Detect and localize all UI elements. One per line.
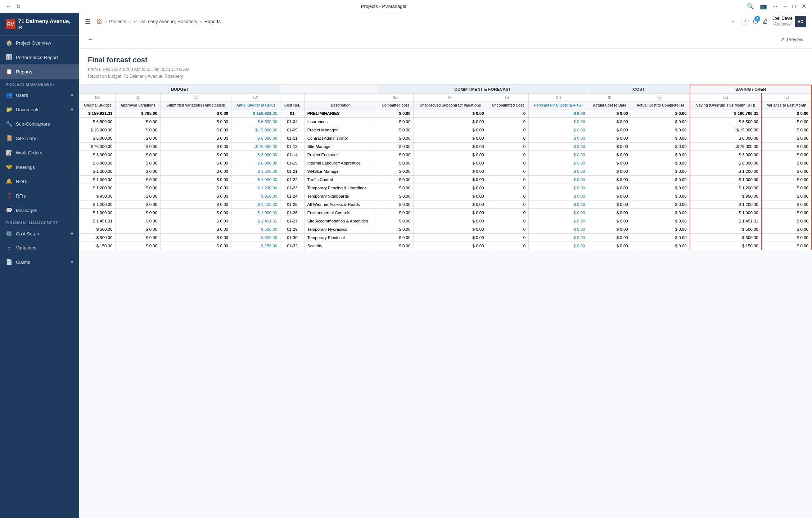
- sidebar-item-reports[interactable]: 📋 Reports: [0, 64, 79, 79]
- table-row: $ 1,000.00$ 0.00$ 0.00$ 1,000.0001-26Env…: [80, 209, 812, 217]
- col-letter-blank2: [304, 94, 377, 102]
- users-icon: 👥: [6, 92, 12, 98]
- table-row: $ 1,200.00$ 0.00$ 0.00$ 1,200.0001-25All…: [80, 201, 812, 209]
- sidebar-item-meetings[interactable]: 🤝 Meetings: [0, 160, 79, 174]
- col-header-antic-budget: Antic. Budget (A+B+C): [231, 102, 280, 109]
- variations-icon: ↕️: [6, 245, 12, 251]
- more-icon[interactable]: ···: [771, 3, 779, 10]
- sidebar-label-nods: NODs: [16, 179, 28, 184]
- back-button[interactable]: ←: [4, 3, 13, 10]
- col-letter-c: (C): [161, 94, 231, 102]
- sidebar-item-project-overview[interactable]: 🏠 Project Overview: [0, 36, 79, 50]
- sidebar-label-site-diary: Site Diary: [16, 136, 36, 141]
- table-row: $ 150.00$ 0.00$ 0.00$ 150.0001-32Securit…: [80, 242, 812, 250]
- connect-icon[interactable]: ⬡ 8: [753, 18, 758, 25]
- documents-icon: 📁: [6, 106, 12, 113]
- breadcrumb-current: Reports: [204, 19, 221, 24]
- sidebar-item-documents[interactable]: 📁 Documents ∨: [0, 102, 79, 117]
- sidebar-item-claims[interactable]: 📄 Claims ∨: [0, 255, 79, 269]
- report-budget-label: Report on budget: 71 Dalmeny Avenue, Ros…: [88, 73, 803, 80]
- chevron-down-icon: ∨: [71, 260, 73, 265]
- topnav: ☰ 🏠 » Projects » 71 Dalmeny Avenue, Rose…: [79, 13, 812, 30]
- col-letter-blank1: [280, 94, 304, 102]
- bell-icon: 🔔: [6, 178, 12, 185]
- sidebar-label-reports: Reports: [16, 69, 32, 75]
- minimize-icon[interactable]: −: [782, 3, 788, 10]
- forecast-cost-table: BUDGET COMMITMENT & FORECAST COST SAVING…: [79, 85, 812, 250]
- help-icon[interactable]: ?: [741, 18, 749, 26]
- sidebar-label-performance-report: Performance Report: [16, 55, 58, 60]
- col-letter-h: (H): [529, 94, 588, 102]
- sidebar-label-documents: Documents: [16, 107, 40, 112]
- sidebar-logo: RV 71 Dalmeny Avenue, R: [0, 13, 79, 36]
- col-letter-e: (E): [377, 94, 414, 102]
- preview-button[interactable]: ↗ Preview: [781, 37, 803, 42]
- chevron-down-icon: ∨: [71, 231, 73, 236]
- titlebar-title: Projects - PVManager: [25, 4, 743, 9]
- breadcrumb-projects[interactable]: Projects: [109, 19, 126, 24]
- commitment-group-header: COMMITMENT & FORECAST: [377, 85, 588, 94]
- sidebar-label-sub-contractors: Sub-Contractors: [16, 121, 50, 127]
- topnav-actions: ← ? ⬡ 8 🖨 Joel Davie Archewell AC: [731, 16, 806, 27]
- connect-badge: 8: [754, 16, 760, 22]
- back-nav-icon[interactable]: ←: [731, 18, 736, 25]
- report-title-section: Final forcast cost From 8 Feb 2022 11:00…: [79, 49, 812, 85]
- sidebar-item-work-orders[interactable]: 📝 Work Orders: [0, 145, 79, 160]
- content-area: ← ↗ Preview Final forcast cost From 8 Fe…: [79, 30, 812, 518]
- report-table-container: BUDGET COMMITMENT & FORECAST COST SAVING…: [79, 85, 812, 250]
- external-link-icon: ↗: [781, 37, 785, 42]
- sidebar-item-cost-setup[interactable]: ⚙️ Cost Setup ∨: [0, 226, 79, 241]
- work-orders-icon: 📝: [6, 149, 12, 156]
- sidebar-section-financial: FINANCIAL MANAGEMENT: [0, 217, 79, 226]
- col-letter-a: (A): [80, 94, 116, 102]
- wrench-icon: 🔧: [6, 121, 12, 127]
- sidebar-label-users: Users: [16, 93, 28, 98]
- message-icon: 💬: [6, 207, 12, 213]
- titlebar-controls: 🔍 📺 ··· − □ ✕: [745, 3, 808, 10]
- table-row: $ 15,000.00$ 0.00$ 0.00$ 15,000.0001-09P…: [80, 126, 812, 134]
- sidebar-item-messages[interactable]: 💬 Messages: [0, 203, 79, 217]
- table-row: $ 159,921.31$ 785.00$ 0.00$ 159,921.3101…: [80, 109, 812, 118]
- close-icon[interactable]: ✕: [800, 3, 808, 10]
- col-letter-l: (L): [762, 94, 812, 102]
- report-back-button[interactable]: ←: [88, 36, 94, 42]
- sidebar-label-rfis: RFIs: [16, 193, 26, 199]
- sidebar-label-project-overview: Project Overview: [16, 40, 51, 46]
- sidebar-item-performance-report[interactable]: 📊 Performance Report: [0, 50, 79, 64]
- menu-icon[interactable]: ☰: [85, 18, 91, 26]
- settings-icon: ⚙️: [6, 230, 12, 237]
- sidebar-item-users[interactable]: 👥 Users ∨: [0, 88, 79, 102]
- budget-group-header: BUDGET: [80, 85, 280, 94]
- table-row: $ 6,000.00$ 0.00$ 0.00$ 6,000.0001-11Con…: [80, 134, 812, 143]
- sidebar-item-nods[interactable]: 🔔 NODs: [0, 174, 79, 189]
- col-letter-j: (J): [631, 94, 690, 102]
- sidebar-item-site-diary[interactable]: 📔 Site Diary: [0, 131, 79, 145]
- col-letter-g: (G): [487, 94, 529, 102]
- user-avatar: AC: [795, 16, 806, 27]
- breadcrumb-project-name[interactable]: 71 Dalmeny Avenue, Rosebery: [133, 19, 197, 24]
- question-icon: ❓: [6, 193, 12, 199]
- col-header-cost-ref: Cost Ref.: [280, 102, 304, 109]
- home-breadcrumb-icon[interactable]: 🏠: [96, 19, 102, 24]
- breadcrumb-sep1: »: [104, 19, 107, 24]
- sidebar-item-variations[interactable]: ↕️ Variations: [0, 241, 79, 255]
- maximize-icon[interactable]: □: [791, 3, 797, 10]
- claims-icon: 📄: [6, 259, 12, 265]
- sidebar-item-sub-contractors[interactable]: 🔧 Sub-Contractors: [0, 117, 79, 131]
- refresh-button[interactable]: ↻: [15, 3, 22, 10]
- table-row: $ 500.00$ 0.00$ 0.00$ 500.0001-29Tempora…: [80, 225, 812, 234]
- sidebar-label-claims: Claims: [16, 260, 30, 265]
- col-header-description: Description: [304, 102, 377, 109]
- breadcrumb-sep2: »: [128, 19, 131, 24]
- breadcrumb: 🏠 » Projects » 71 Dalmeny Avenue, Rosebe…: [96, 19, 728, 24]
- reports-icon: 📋: [6, 68, 12, 75]
- col-header-committed-cost: Committed cost: [377, 102, 414, 109]
- col-header-saving-this-month: Saving (Overrun) This Month (D-H): [690, 102, 762, 109]
- cast-icon[interactable]: 📺: [758, 3, 768, 10]
- sidebar-label-messages: Messages: [16, 208, 37, 213]
- zoom-icon[interactable]: 🔍: [745, 3, 755, 10]
- sidebar-item-rfis[interactable]: ❓ RFIs: [0, 189, 79, 203]
- cost-group-header: COST: [588, 85, 690, 94]
- col-header-approved-variations: Approved Variations: [116, 102, 161, 109]
- print-icon[interactable]: 🖨: [762, 18, 768, 25]
